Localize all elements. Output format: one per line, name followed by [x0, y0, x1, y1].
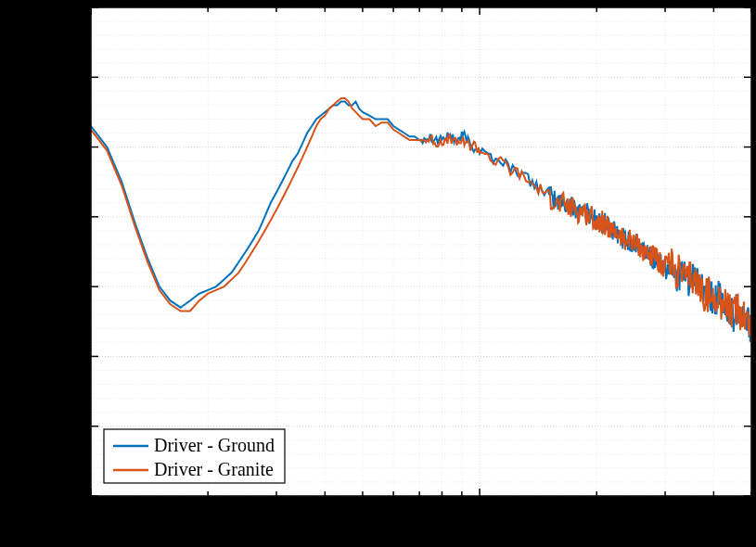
legend-label: Driver - Granite	[154, 459, 274, 479]
chart: Driver - GroundDriver - Granite	[0, 0, 756, 547]
legend: Driver - GroundDriver - Granite	[104, 429, 285, 483]
legend-label: Driver - Ground	[154, 435, 275, 455]
